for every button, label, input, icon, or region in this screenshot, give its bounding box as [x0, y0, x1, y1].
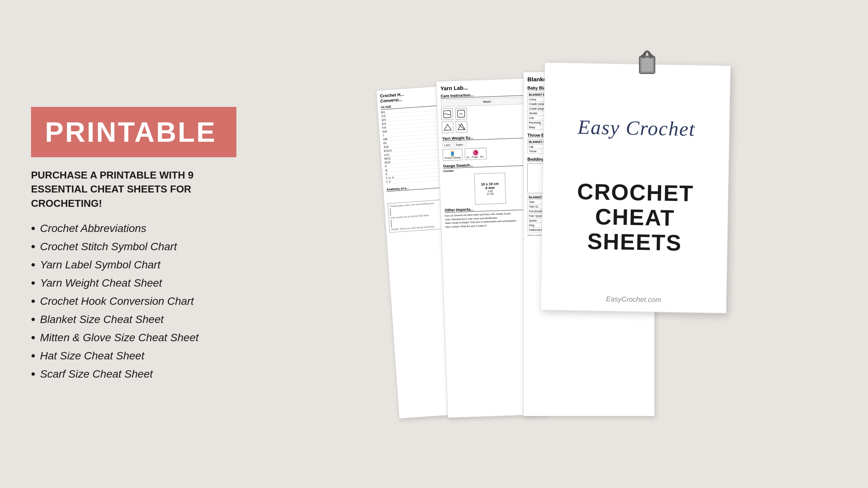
hand-wash-icon [455, 108, 467, 120]
list-item: Yarn Label Symbol Chart [31, 258, 248, 272]
svg-marker-6 [444, 124, 451, 130]
left-panel: PRINTABLE PURCHASE A PRINTABLE WITH 9 ES… [31, 107, 248, 381]
list-item: Crochet Hook Conversion Chart [31, 294, 248, 308]
svg-rect-1 [641, 58, 653, 72]
machine-wash-icon [441, 108, 453, 120]
cover-main-title: CROCHET CHEAT SHEETS [553, 179, 716, 256]
bleach-icon [442, 121, 454, 133]
printable-badge: PRINTABLE [31, 107, 236, 157]
cover-page: Easy Crochet CROCHET CHEAT SHEETS EasyCr… [540, 62, 730, 313]
cover-script-title: Easy Crochet [577, 116, 696, 140]
list-item: Blanket Size Cheat Sheet [31, 312, 248, 326]
cover-url: EasyCrochet.com [606, 295, 661, 304]
list-item: Mitten & Glove Size Cheat Sheet [31, 330, 248, 345]
do-not-bleach-icon [456, 121, 468, 133]
yarn-label-title: Yarn Lab... [440, 82, 532, 91]
svg-rect-5 [457, 110, 465, 117]
printable-badge-text: PRINTABLE [45, 117, 217, 148]
doc-stack: Crochet H...Conversi... US SIZEMET... B/… [380, 41, 728, 447]
page-layout: PRINTABLE PURCHASE A PRINTABLE WITH 9 ES… [0, 0, 868, 488]
subtitle-text: PURCHASE A PRINTABLE WITH 9 ESSENTIAL CH… [31, 168, 225, 210]
list-item: Scarf Size Cheat Sheet [31, 367, 248, 381]
svg-point-3 [649, 54, 653, 58]
svg-point-2 [641, 54, 645, 58]
list-item: Yarn Weight Cheat Sheet [31, 276, 248, 290]
binder-clip-icon [632, 45, 663, 79]
list-item: Hat Size Cheat Sheet [31, 349, 248, 363]
list-item: Crochet Abbreviations [31, 221, 248, 235]
list-item: Crochet Stitch Symbol Chart [31, 239, 248, 254]
cheat-sheet-list: Crochet Abbreviations Crochet Stitch Sym… [31, 221, 248, 381]
right-panel: Crochet H...Conversi... US SIZEMET... B/… [271, 15, 837, 473]
